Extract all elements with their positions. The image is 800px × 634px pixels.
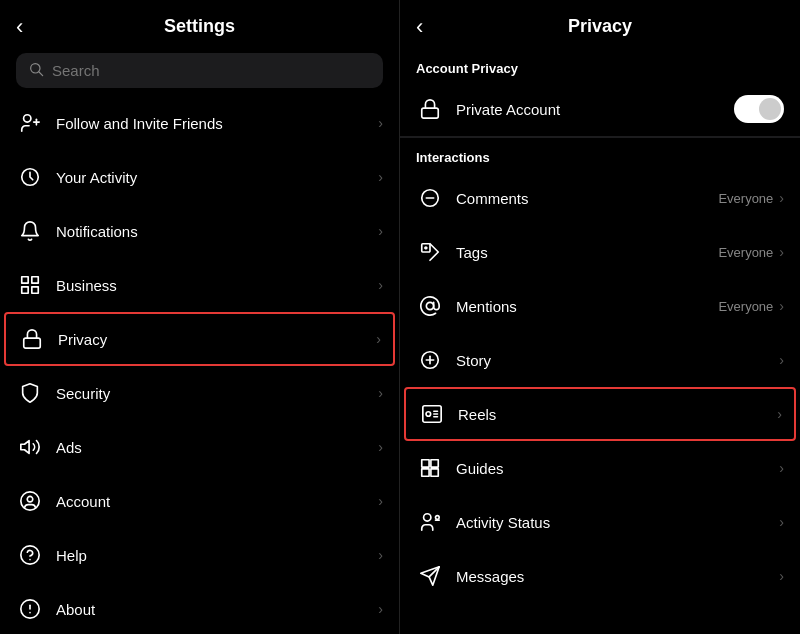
- svg-rect-6: [22, 277, 28, 283]
- comments-sub: Everyone: [718, 191, 773, 206]
- search-icon: [28, 61, 44, 80]
- send-icon: [416, 562, 444, 590]
- svg-point-23: [425, 247, 427, 249]
- menu-item-activity[interactable]: Your Activity ›: [0, 150, 399, 204]
- megaphone-icon: [16, 433, 44, 461]
- privacy-item-activity-status[interactable]: Activity Status ›: [400, 495, 800, 549]
- privacy-item-story[interactable]: Story ›: [400, 333, 800, 387]
- svg-point-36: [436, 516, 440, 520]
- account-privacy-section: Account Privacy Private Account: [400, 49, 800, 137]
- chevron-icon: ›: [378, 547, 383, 563]
- chevron-icon: ›: [779, 190, 784, 206]
- shield-icon: [16, 379, 44, 407]
- menu-item-help[interactable]: Help ›: [0, 528, 399, 582]
- svg-rect-10: [24, 338, 41, 348]
- svg-point-12: [21, 492, 39, 510]
- private-account-label: Private Account: [456, 101, 734, 118]
- chevron-icon: ›: [376, 331, 381, 347]
- chevron-icon: ›: [378, 601, 383, 617]
- chevron-icon: ›: [779, 514, 784, 530]
- menu-item-account-label: Account: [56, 493, 378, 510]
- settings-title: Settings: [164, 16, 235, 37]
- privacy-item-guides-label: Guides: [456, 460, 773, 477]
- privacy-item-messages-label: Messages: [456, 568, 773, 585]
- privacy-title: Privacy: [568, 16, 632, 37]
- svg-point-2: [24, 115, 31, 122]
- menu-item-ads[interactable]: Ads ›: [0, 420, 399, 474]
- privacy-item-comments-label: Comments: [456, 190, 718, 207]
- search-input[interactable]: [52, 62, 371, 79]
- menu-item-help-label: Help: [56, 547, 378, 564]
- svg-point-14: [21, 546, 39, 564]
- svg-rect-9: [32, 287, 38, 293]
- settings-menu-list: Follow and Invite Friends › Your Activit…: [0, 96, 399, 634]
- menu-item-notifications[interactable]: Notifications ›: [0, 204, 399, 258]
- menu-item-notifications-label: Notifications: [56, 223, 378, 240]
- chevron-icon: ›: [779, 244, 784, 260]
- privacy-item-comments[interactable]: Comments Everyone ›: [400, 171, 800, 225]
- privacy-item-tags[interactable]: Tags Everyone ›: [400, 225, 800, 279]
- menu-item-ads-label: Ads: [56, 439, 378, 456]
- lock-small-icon: [416, 95, 444, 123]
- privacy-item-reels-label: Reels: [458, 406, 771, 423]
- person-add-icon: [16, 109, 44, 137]
- svg-rect-32: [422, 469, 429, 476]
- svg-point-13: [27, 496, 33, 502]
- guides-icon: [416, 454, 444, 482]
- chevron-icon: ›: [378, 493, 383, 509]
- privacy-item-story-label: Story: [456, 352, 773, 369]
- clock-icon: [16, 163, 44, 191]
- svg-rect-30: [422, 460, 429, 467]
- menu-item-about-label: About: [56, 601, 378, 618]
- menu-item-follow-label: Follow and Invite Friends: [56, 115, 378, 132]
- menu-item-security-label: Security: [56, 385, 378, 402]
- svg-rect-22: [422, 244, 430, 252]
- info-circle-icon: [16, 595, 44, 623]
- privacy-item-mentions[interactable]: Mentions Everyone ›: [400, 279, 800, 333]
- privacy-item-reels[interactable]: Reels ›: [404, 387, 796, 441]
- chevron-icon: ›: [378, 277, 383, 293]
- menu-item-account[interactable]: Account ›: [0, 474, 399, 528]
- person-circle-icon: [16, 487, 44, 515]
- account-privacy-label: Account Privacy: [400, 49, 800, 82]
- privacy-item-messages[interactable]: Messages ›: [400, 549, 800, 603]
- menu-item-privacy[interactable]: Privacy ›: [4, 312, 395, 366]
- svg-point-29: [426, 412, 431, 417]
- svg-rect-31: [431, 460, 438, 467]
- chevron-icon: ›: [777, 406, 782, 422]
- back-button[interactable]: ‹: [16, 14, 23, 40]
- activity-icon: [416, 508, 444, 536]
- privacy-back-button[interactable]: ‹: [416, 14, 423, 40]
- svg-rect-33: [431, 469, 438, 476]
- interactions-section: Interactions Comments Everyone › Tags Ev…: [400, 138, 800, 603]
- privacy-item-tags-label: Tags: [456, 244, 718, 261]
- menu-item-security[interactable]: Security ›: [0, 366, 399, 420]
- chevron-icon: ›: [378, 115, 383, 131]
- tag-icon: [416, 238, 444, 266]
- svg-rect-19: [422, 108, 439, 118]
- chevron-icon: ›: [378, 439, 383, 455]
- bell-icon: [16, 217, 44, 245]
- settings-panel: ‹ Settings Follow and Invite Friends ›: [0, 0, 400, 634]
- svg-rect-7: [32, 277, 38, 283]
- privacy-item-guides[interactable]: Guides ›: [400, 441, 800, 495]
- comment-icon: [416, 184, 444, 212]
- privacy-item-activity-status-label: Activity Status: [456, 514, 773, 531]
- menu-item-about[interactable]: About ›: [0, 582, 399, 634]
- menu-item-follow[interactable]: Follow and Invite Friends ›: [0, 96, 399, 150]
- chevron-icon: ›: [779, 460, 784, 476]
- private-account-toggle[interactable]: [734, 95, 784, 123]
- menu-item-business[interactable]: Business ›: [0, 258, 399, 312]
- svg-point-34: [424, 514, 431, 521]
- search-bar[interactable]: [16, 53, 383, 88]
- chevron-icon: ›: [779, 352, 784, 368]
- privacy-header: ‹ Privacy: [400, 0, 800, 49]
- settings-header: ‹ Settings: [0, 0, 399, 49]
- svg-marker-11: [21, 441, 29, 454]
- svg-line-1: [39, 72, 43, 76]
- grid-icon: [16, 271, 44, 299]
- chevron-icon: ›: [779, 298, 784, 314]
- svg-rect-8: [22, 287, 28, 293]
- mentions-sub: Everyone: [718, 299, 773, 314]
- privacy-item-mentions-label: Mentions: [456, 298, 718, 315]
